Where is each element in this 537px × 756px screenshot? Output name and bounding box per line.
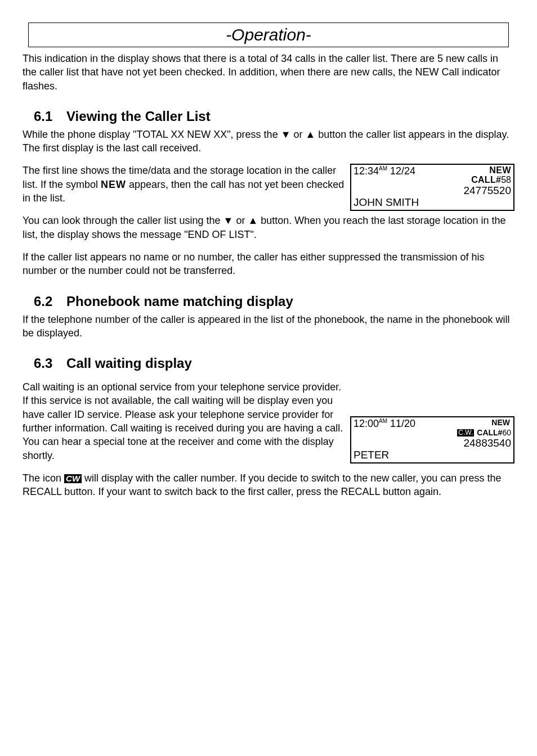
cw-icon: CW	[64, 474, 82, 484]
lcd-caller-display: 12:34AM 12/24 NEW CALL#58 24775520 JOHN …	[350, 164, 514, 211]
section-title: Call waiting display	[66, 356, 192, 371]
lcd-call-index: NEW CALL#58	[471, 166, 511, 185]
lcd-call-waiting-display: 12:00AM 11/20 NEW C.W. CALL#60 24883540 …	[350, 416, 514, 464]
section-number: 6.1	[34, 109, 52, 124]
section-6-2-heading: 6.2 Phonebook name matching display	[23, 294, 514, 309]
s61-p3: You can look through the caller list usi…	[23, 214, 514, 241]
section-number: 6.3	[34, 356, 52, 371]
new-icon: NEW	[457, 418, 511, 427]
section-6-1-heading: 6.1 Viewing the Caller List	[23, 109, 514, 124]
section-title: Viewing the Caller List	[66, 109, 211, 124]
lcd-time: 12:00	[353, 418, 379, 429]
text-fragment: While the phone display "TOTAL XX NEW XX…	[23, 129, 281, 140]
lcd-caller-name: PETER	[353, 449, 511, 461]
new-icon: NEW	[471, 166, 511, 176]
lcd-date: 11/20	[390, 418, 415, 429]
call-number: 60	[502, 428, 511, 437]
lcd-ampm: AM	[379, 165, 387, 172]
lcd-time-date: 12:34AM 12/24	[353, 166, 415, 177]
lcd-phone-number: 24775520	[353, 185, 511, 196]
lcd-date: 12/24	[390, 165, 415, 177]
text-fragment: will display with the caller number. If …	[23, 472, 501, 497]
s61-p1: While the phone display "TOTAL XX NEW XX…	[23, 128, 514, 155]
s61-p4: If the caller list appears no name or no…	[23, 250, 514, 278]
up-arrow-icon: ▲	[305, 129, 315, 140]
lcd-time-date: 12:00AM 11/20	[353, 418, 415, 429]
section-number: 6.2	[34, 294, 52, 309]
s63-p2: The icon CW will display with the caller…	[23, 471, 514, 499]
section-6-3-heading: 6.3 Call waiting display	[23, 356, 514, 371]
text-fragment: or	[290, 129, 305, 140]
section-title: Phonebook name matching display	[66, 294, 293, 309]
page-title: -Operation-	[28, 22, 509, 47]
lcd-time: 12:34	[353, 165, 379, 177]
lcd-call-index: NEW C.W. CALL#60	[457, 418, 511, 438]
s62-p1: If the telephone number of the caller is…	[23, 313, 514, 340]
lcd-phone-number: 24883540	[353, 438, 511, 449]
call-label: CALL#	[471, 175, 501, 184]
cw-icon: C.W.	[457, 429, 474, 436]
lcd-ampm: AM	[379, 418, 387, 424]
up-arrow-icon: ▲	[248, 215, 258, 226]
call-label: CALL#	[477, 428, 502, 437]
down-arrow-icon: ▼	[281, 129, 291, 140]
text-fragment: You can look through the caller list usi…	[23, 215, 223, 226]
down-arrow-icon: ▼	[223, 215, 234, 226]
call-number: 58	[501, 175, 511, 184]
text-fragment: The icon	[23, 472, 64, 484]
lcd-caller-name: JOHN SMITH	[353, 196, 511, 209]
new-icon: NEW	[101, 178, 126, 191]
intro-paragraph: This indication in the display shows tha…	[23, 52, 514, 93]
text-fragment: or	[233, 215, 248, 226]
